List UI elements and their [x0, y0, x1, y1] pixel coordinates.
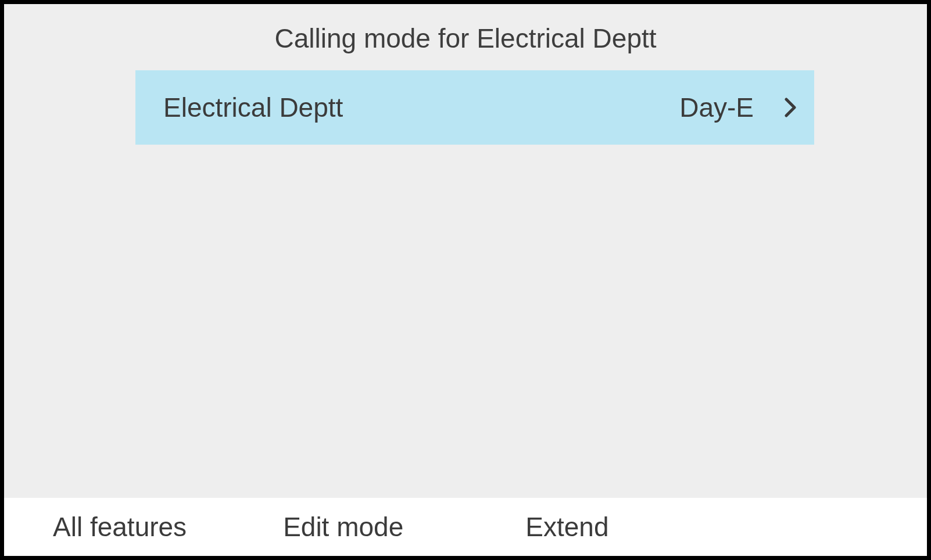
row-label: Electrical Deptt [163, 92, 679, 123]
footer-bar: All features Edit mode Extend [4, 498, 927, 556]
footer-all-features[interactable]: All features [53, 511, 187, 543]
page-title: Calling mode for Electrical Deptt [4, 4, 927, 70]
footer-extend[interactable]: Extend [525, 511, 608, 543]
calling-mode-row[interactable]: Electrical Deptt Day-E [135, 70, 814, 145]
footer-edit-mode[interactable]: Edit mode [283, 511, 403, 543]
app-frame: Calling mode for Electrical Deptt Electr… [0, 0, 931, 560]
list-area: Electrical Deptt Day-E [4, 70, 927, 498]
app-screen: Calling mode for Electrical Deptt Electr… [4, 4, 927, 556]
chevron-right-icon [784, 97, 797, 118]
row-value: Day-E [679, 92, 754, 123]
